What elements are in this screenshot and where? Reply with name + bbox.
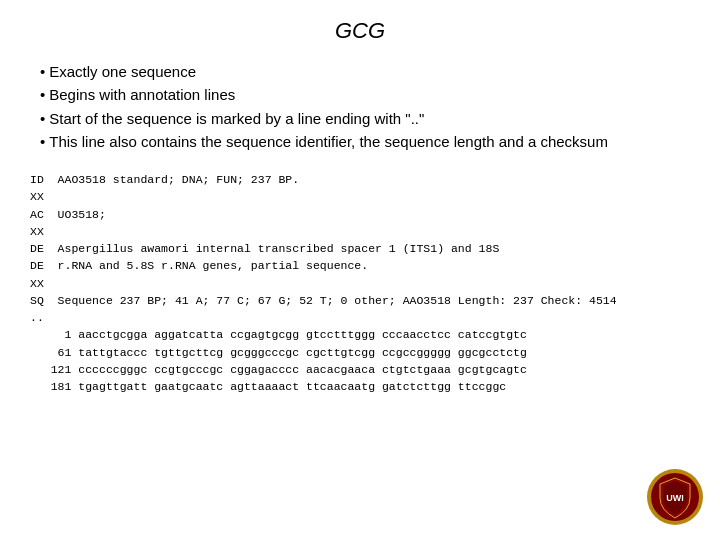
- code-line-8: SQ Sequence 237 BP; 41 A; 77 C; 67 G; 52…: [30, 294, 617, 307]
- logo-container: UWI: [646, 468, 706, 528]
- code-line-7: XX: [30, 277, 44, 290]
- code-line-10: 1 aacctgcgga aggatcatta ccgagtgcgg gtcct…: [30, 328, 527, 341]
- bullet-item-3: Start of the sequence is marked by a lin…: [40, 107, 720, 130]
- page-title: GCG: [0, 18, 720, 44]
- code-line-6: DE r.RNA and 5.8S r.RNA genes, partial s…: [30, 259, 368, 272]
- uwi-logo: UWI: [646, 468, 704, 526]
- bullet-list: Exactly one sequence Begins with annotat…: [40, 60, 720, 153]
- code-block: ID AAO3518 standard; DNA; FUN; 237 BP. X…: [30, 171, 690, 395]
- bullet-item-2: Begins with annotation lines: [40, 83, 720, 106]
- code-line-11: 61 tattgtaccc tgttgcttcg gcgggcccgc cgct…: [30, 346, 527, 359]
- bullet-item-1: Exactly one sequence: [40, 60, 720, 83]
- code-line-1: ID AAO3518 standard; DNA; FUN; 237 BP.: [30, 173, 299, 186]
- code-line-12: 121 ccccccgggc ccgtgcccgc cggagacccc aac…: [30, 363, 527, 376]
- code-line-4: XX: [30, 225, 44, 238]
- code-line-2: XX: [30, 190, 44, 203]
- bullet-item-4: This line also contains the sequence ide…: [40, 130, 720, 153]
- code-line-9: ..: [30, 311, 44, 324]
- code-line-5: DE Aspergillus awamori internal transcri…: [30, 242, 499, 255]
- svg-text:UWI: UWI: [666, 493, 684, 503]
- code-line-13: 181 tgagttgatt gaatgcaatc agttaaaact ttc…: [30, 380, 506, 393]
- code-line-3: AC UO3518;: [30, 208, 106, 221]
